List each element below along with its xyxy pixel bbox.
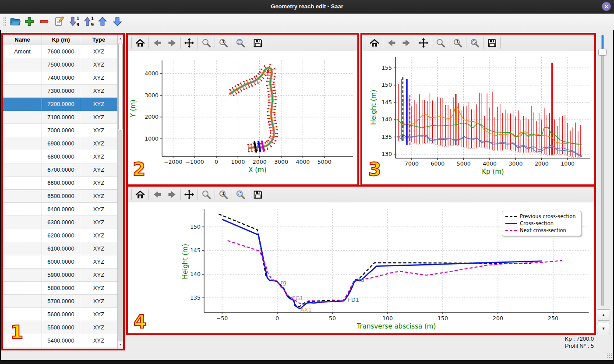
column-header-name[interactable]: Name [3,35,42,45]
forward-button[interactable] [165,36,180,49]
add-cross-section-button[interactable] [23,15,35,28]
previous-profile-button[interactable]: ▲ [597,309,610,321]
toolbar-separator [415,37,415,49]
home-button[interactable] [133,36,148,49]
zoom-button[interactable] [199,188,214,201]
toolbar-separator [483,37,483,49]
zoom-one-button[interactable]: 1 [216,36,231,49]
svg-text:9: 9 [91,22,94,27]
cell-kp: 6600.0000 [42,177,80,190]
table-row[interactable]: 7200.0000XYZ [3,98,117,111]
legend-item: Cross-section [505,220,578,227]
scroll-up-button[interactable]: ▲ [118,35,123,42]
zoom-fit-button[interactable] [233,36,248,49]
table-row[interactable]: 5300.0000XYZ [3,347,117,349]
table-row[interactable]: 6200.0000XYZ [3,229,117,242]
back-button[interactable] [384,36,399,49]
cell-type: XYZ [80,216,117,229]
home-button[interactable] [133,188,148,201]
column-header-kp[interactable]: Kp (m) [42,35,80,45]
titlebar[interactable]: Geometry reach edit - Saar ✕ [0,0,614,14]
tick-label: 140 [381,116,392,123]
pan-button[interactable] [416,36,431,49]
cell-name [3,85,42,98]
back-button[interactable] [150,36,165,49]
tick-label: 145 [190,247,201,254]
table-row[interactable]: 7300.0000XYZ [3,85,117,98]
table-row[interactable]: 7500.0000XYZ [3,58,117,71]
forward-button[interactable] [165,188,180,201]
close-button[interactable]: ✕ [602,2,611,11]
zoom-button[interactable] [199,36,214,49]
tick-label: −50 [216,315,228,322]
table-row[interactable]: 5800.0000XYZ [3,282,117,295]
profile-slider-handle[interactable] [598,49,607,56]
edit-cross-section-button[interactable] [53,15,65,28]
profile-slider-track[interactable] [601,35,604,306]
save-button[interactable] [484,36,499,49]
zoom-fit-button[interactable] [233,188,248,201]
table-row[interactable]: 6100.0000XYZ [3,242,117,255]
move-up-button[interactable] [96,15,109,28]
table-row[interactable]: 7000.0000XYZ [3,124,117,137]
panel-number-3: 3 [368,160,381,179]
move-down-button[interactable] [111,15,124,28]
table-scrollbar[interactable]: ▲ ▼ [117,35,123,349]
sort-ascending-button[interactable]: 19 [82,15,94,28]
forward-icon [401,38,412,48]
table-row[interactable]: Amont7600.0000XYZ [3,45,117,58]
table-row[interactable]: 6900.0000XYZ [3,137,117,150]
table-row[interactable]: 6600.0000XYZ [3,177,117,190]
table-row[interactable]: 6300.0000XYZ [3,216,117,229]
table-row[interactable]: 5900.0000XYZ [3,269,117,282]
tick-label: 2000 [253,159,267,165]
table-row[interactable]: 7100.0000XYZ [3,111,117,124]
forward-button[interactable] [399,36,414,49]
home-button[interactable] [367,36,382,49]
resize-grip[interactable] [607,353,612,358]
next-profile-button[interactable]: ▼ [597,323,610,334]
back-button[interactable] [150,188,165,201]
cell-name [3,282,42,295]
cell-type: XYZ [80,150,117,163]
pan-button[interactable] [182,36,197,49]
annotation-rg: rg [281,279,286,286]
remove-cross-section-button[interactable] [38,15,50,28]
scrollbar-track[interactable] [118,131,123,341]
tick-label: 100 [382,315,393,322]
table-row[interactable]: 6500.0000XYZ [3,190,117,203]
table-row[interactable]: 5600.0000XYZ [3,308,117,321]
cell-type: XYZ [80,229,117,242]
scrollbar-thumb[interactable] [118,43,123,131]
save-button[interactable] [250,188,265,201]
table-row[interactable]: 7400.0000XYZ [3,71,117,85]
sort-descending-button[interactable]: 19 [67,15,80,28]
column-header-type[interactable]: Type [80,35,117,45]
scroll-down-button[interactable]: ▼ [118,341,123,349]
open-button[interactable] [9,15,21,28]
cell-type: XYZ [80,111,117,124]
cell-kp: 5800.0000 [42,282,80,295]
x-axis-label: Transverse abscissa (m) [356,322,436,330]
tick-label: 7000 [405,160,419,167]
save-button[interactable] [250,36,265,49]
table-row[interactable]: 6800.0000XYZ [3,150,117,163]
toolbar-separator [432,37,432,49]
toolbar-grip-handle[interactable] [3,16,7,27]
profile-plot[interactable]: 7000600050004000300020001000130135140145… [362,51,594,184]
plan-view-plot[interactable]: −2000−1000010002000300040005000100020003… [128,51,357,184]
table-row[interactable]: 6400.0000XYZ [3,203,117,216]
zoom-button[interactable] [433,36,448,49]
table-row[interactable]: 5700.0000XYZ [3,295,117,308]
plan-view-toolbar: 1 [128,35,357,51]
legend-line-sample [505,223,517,224]
tick-label: 4000 [296,159,310,165]
table-row[interactable]: 6700.0000XYZ [3,163,117,177]
table-row[interactable]: 6000.0000XYZ [3,255,117,269]
zoom-fit-button[interactable] [467,36,482,49]
cross-section-legend: Previous cross-sectionCross-sectionNext … [502,211,581,236]
tick-label: 6000 [431,160,445,167]
zoom-one-button[interactable]: 1 [450,36,465,49]
pan-button[interactable] [182,188,197,201]
zoom-one-button[interactable]: 1 [216,188,231,201]
